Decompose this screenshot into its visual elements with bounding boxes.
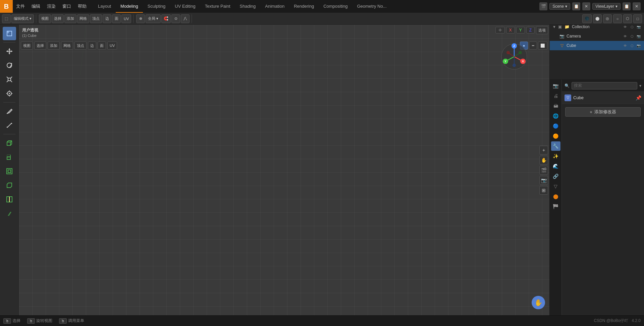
mesh-menu-btn[interactable]: 网格: [77, 14, 89, 23]
knife-btn[interactable]: [3, 207, 16, 220]
view-layer-selector[interactable]: ViewLayer ▾: [592, 3, 621, 10]
texture-props-icon[interactable]: 🏁: [551, 202, 560, 211]
overlays-btn[interactable]: ⬡: [623, 14, 632, 23]
viewport-shading-group[interactable]: 🌑: [582, 14, 592, 23]
proportional-btn[interactable]: ⊙: [171, 14, 180, 23]
cube-render-icon[interactable]: 📷: [636, 43, 641, 48]
proportional-falloff-btn[interactable]: 八: [181, 14, 190, 23]
xray-btn[interactable]: □: [633, 14, 642, 23]
vp-view-menu[interactable]: 视图: [21, 42, 33, 50]
annotate-tool-btn[interactable]: [3, 105, 16, 118]
vp-select-menu[interactable]: 选择: [34, 42, 46, 50]
mode-selector[interactable]: 编辑模式 ▾: [11, 14, 34, 23]
outliner-cube[interactable]: ▽ Cube 👁 ⬡ 📷: [550, 41, 644, 50]
workspace-sculpting[interactable]: Sculpting: [143, 0, 170, 13]
view-layer-add-icon[interactable]: 📋: [623, 2, 631, 10]
menu-help[interactable]: 帮助: [74, 0, 90, 13]
scene-props-icon[interactable]: 🌐: [551, 111, 560, 121]
loop-cut-btn[interactable]: [3, 193, 16, 206]
snap-btn[interactable]: 🧲: [161, 14, 171, 23]
properties-search-input[interactable]: 搜索: [572, 82, 637, 89]
workspace-texture-paint[interactable]: Texture Paint: [200, 0, 235, 13]
workspace-uv-editing[interactable]: UV Editing: [170, 0, 200, 13]
engine-icon[interactable]: 🎬: [539, 2, 547, 10]
camera-view-btn[interactable]: 🎬: [539, 166, 548, 175]
select-options-btn[interactable]: 选项: [536, 26, 548, 34]
add-modifier-btn[interactable]: + 添加修改器: [565, 107, 641, 117]
search-expand-icon[interactable]: ▾: [639, 83, 641, 88]
workspace-rendering[interactable]: Rendering: [289, 0, 319, 13]
scene-controls-icon[interactable]: 📋: [572, 2, 580, 10]
workspace-animation[interactable]: Animation: [260, 0, 289, 13]
view-menu-btn[interactable]: 视图: [39, 14, 51, 23]
pin-icon[interactable]: 📌: [636, 95, 641, 101]
vp-face-menu[interactable]: 面: [98, 42, 106, 50]
rotate-tool-btn[interactable]: [3, 59, 16, 72]
edge-menu-btn[interactable]: 边: [103, 14, 111, 23]
collection-render-icon[interactable]: 📷: [636, 24, 641, 29]
view-layer-props-icon[interactable]: 🏔: [551, 101, 560, 111]
menu-window[interactable]: 窗口: [59, 0, 74, 13]
scale-tool-btn[interactable]: [3, 73, 16, 86]
menu-edit[interactable]: 编辑: [28, 0, 44, 13]
measure-tool-btn[interactable]: [3, 119, 16, 132]
transform-tool-btn[interactable]: [3, 87, 16, 100]
extrude-btn[interactable]: [3, 150, 16, 164]
scene-selector[interactable]: Scene ▾: [549, 3, 570, 10]
rendered-shading-btn[interactable]: ○: [613, 14, 622, 23]
floating-hand-btn[interactable]: ✋: [532, 296, 545, 309]
bevel-btn[interactable]: [3, 179, 16, 192]
toggle-ortho-btn[interactable]: ⊞: [539, 186, 548, 195]
zoom-in-btn[interactable]: +: [539, 146, 548, 154]
collection-viewport-icon[interactable]: ⬡: [629, 24, 635, 29]
select-tool-btn[interactable]: [3, 27, 16, 40]
vp-add-menu[interactable]: 添加: [48, 42, 60, 50]
vp-mesh-menu[interactable]: 网格: [61, 42, 73, 50]
origin-btn[interactable]: ⊕: [136, 14, 145, 23]
vp-vertex-menu[interactable]: 顶点: [74, 42, 87, 50]
particles-props-icon[interactable]: ✨: [551, 151, 560, 161]
workspace-compositing[interactable]: Compositing: [319, 0, 352, 13]
add-menu-btn[interactable]: 添加: [64, 14, 76, 23]
edge-select-mode[interactable]: ━: [529, 42, 537, 50]
menu-render[interactable]: 渲染: [44, 0, 59, 13]
main-viewport[interactable]: 用户透视 (1) Cube 视图 选择 添加 网格 顶点 边 面 UV ● ━ …: [19, 25, 549, 315]
collection-checkbox[interactable]: ▣: [558, 24, 562, 29]
render-props-icon[interactable]: 📷: [551, 81, 560, 90]
modifier-props-icon[interactable]: 🔧: [551, 141, 560, 151]
vp-uv-menu[interactable]: UV: [107, 42, 117, 50]
view-layer-remove-icon[interactable]: ✕: [633, 2, 641, 10]
global-local-btn[interactable]: 全局▾: [146, 14, 161, 23]
nav-gizmo[interactable]: Z X Y: [499, 42, 529, 72]
physics-props-icon[interactable]: 🌊: [551, 161, 560, 171]
workspace-geometry-nodes[interactable]: Geometry No...: [352, 0, 391, 13]
uv-menu-btn[interactable]: UV: [121, 14, 131, 23]
pan-btn[interactable]: ✋: [539, 156, 548, 165]
vp-edge-menu[interactable]: 边: [88, 42, 96, 50]
cube-visibility-icon[interactable]: 👁: [623, 43, 628, 48]
inset-btn[interactable]: [3, 165, 16, 178]
add-cube-btn[interactable]: [3, 136, 16, 150]
workspace-layout[interactable]: Layout: [93, 0, 116, 13]
world-props-icon[interactable]: 🔵: [551, 121, 560, 131]
workspace-modeling[interactable]: Modeling: [116, 0, 143, 13]
face-select-mode[interactable]: ⬜: [538, 42, 547, 50]
vertex-menu-btn[interactable]: 顶点: [90, 14, 102, 23]
camera-viewport-icon[interactable]: ⬡: [629, 34, 635, 39]
solid-shading-btn[interactable]: ⬤: [593, 14, 602, 23]
material-props-icon[interactable]: ⬤: [551, 192, 560, 201]
mode-icon-btn[interactable]: ⬚: [2, 14, 11, 23]
cube-viewport-icon[interactable]: ⬡: [629, 43, 635, 48]
output-props-icon[interactable]: 🖨: [551, 91, 560, 101]
menu-file[interactable]: 文件: [13, 0, 28, 13]
face-menu-btn[interactable]: 面: [112, 14, 121, 23]
outliner-camera[interactable]: 📷 Camera 👁 ⬡ 📷: [550, 31, 644, 41]
camera-render-icon[interactable]: 📷: [636, 34, 641, 39]
material-shading-btn[interactable]: ◎: [603, 14, 612, 23]
data-props-icon[interactable]: ▽: [551, 182, 560, 191]
scene-add-icon[interactable]: ✕: [582, 2, 590, 10]
select-menu-btn[interactable]: 选择: [52, 14, 64, 23]
object-props-icon[interactable]: 🟠: [551, 131, 560, 141]
workspace-shading[interactable]: Shading: [235, 0, 261, 13]
constraints-props-icon[interactable]: 🔗: [551, 172, 560, 181]
